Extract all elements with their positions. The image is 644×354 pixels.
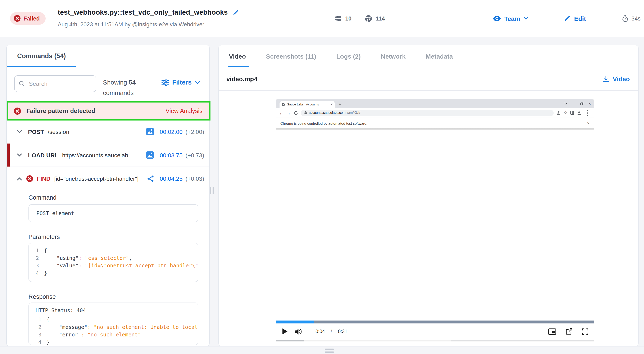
search-input[interactable]	[28, 80, 88, 88]
command-arg: https://accounts.saucelabs...	[62, 152, 135, 158]
response-section-label: Response	[28, 293, 56, 300]
tab-close-icon: ×	[331, 102, 333, 106]
time-separator: /	[331, 329, 332, 334]
test-run-meta: Aug 4th, 2023 at 11:51AM by @insights-e2…	[58, 21, 204, 28]
tab-screenshots[interactable]: Screenshots (11)	[266, 52, 316, 60]
duration-indicator: 34s	[622, 0, 641, 37]
url-path: /am/XUI/	[347, 111, 360, 115]
share-icon[interactable]	[147, 175, 154, 182]
open-in-new-icon[interactable]	[566, 328, 572, 335]
os-version: 10	[345, 15, 352, 22]
browser-toolbar: ← → accounts.saucelabs.com/am/XUI/ ☆ ⋮	[276, 108, 594, 118]
code-line: 4}	[33, 270, 198, 277]
tab-network[interactable]: Network	[381, 52, 406, 60]
team-label: Team	[504, 15, 520, 22]
status-badge: Failed	[10, 12, 46, 25]
failed-circle-x-icon	[14, 15, 20, 22]
tab-video[interactable]: Video	[229, 52, 246, 60]
command-arg: /session	[48, 128, 69, 135]
test-details-page: Failed test_webhooks.py::test_vdc_only_f…	[0, 0, 644, 354]
commands-tab-divider	[7, 67, 209, 67]
drawer-drag-handle[interactable]	[325, 348, 334, 354]
minimize-icon: –	[573, 102, 575, 106]
picture-in-picture-icon[interactable]	[548, 328, 556, 334]
bottom-drawer-bar	[0, 346, 644, 354]
download-label: Video	[613, 75, 630, 82]
play-icon[interactable]	[282, 328, 288, 334]
showing-count-value: 54	[129, 79, 136, 86]
chevron-down-icon	[524, 17, 528, 20]
filters-button[interactable]: Filters	[162, 79, 200, 86]
blank-page-area	[276, 130, 594, 320]
profile-avatar-icon	[577, 111, 581, 115]
commands-tab-active-underline	[7, 66, 76, 67]
code-line: 3 "error": "no such element"	[36, 331, 198, 338]
tab-logs[interactable]: Logs (2)	[336, 52, 361, 60]
command-time-delta: (+2.00)	[186, 128, 204, 135]
chevron-down-icon[interactable]	[17, 130, 22, 134]
commands-search[interactable]	[14, 75, 96, 92]
code-line: 1{	[36, 316, 198, 324]
window-controls: – ×	[564, 99, 591, 108]
screenshot-thumbnail-icon[interactable]	[146, 151, 154, 159]
lock-icon	[304, 111, 307, 115]
commands-panel: Commands (54) Showing 54 commands Filter…	[6, 45, 210, 346]
page-title: test_webhooks.py::test_vdc_only_failed_w…	[58, 8, 228, 16]
fullscreen-icon[interactable]	[582, 328, 588, 334]
browser-version: 114	[376, 15, 385, 22]
chevron-up-icon[interactable]	[17, 177, 22, 180]
viewer-tabs: Video Screenshots (11) Logs (2) Network …	[219, 45, 638, 67]
response-code-box: HTTP Status: 404 1{ 2 "message": "no suc…	[28, 302, 198, 345]
tab-metadata[interactable]: Metadata	[426, 52, 453, 60]
failure-banner-text: Failure pattern detected	[26, 108, 160, 114]
command-row-post-session[interactable]: POST /session 00:02.00 (+2.00)	[7, 120, 209, 143]
browser-tabstrip: Sauce Labs | Accounts × + – ×	[276, 99, 594, 108]
url-host: accounts.saucelabs.com	[309, 111, 346, 115]
error-circle-x-icon	[14, 107, 21, 114]
infobar-text: Chrome is being controlled by automated …	[280, 121, 587, 125]
video-file-name: video.mp4	[226, 75, 257, 82]
command-time-delta: (+0.03)	[186, 175, 204, 182]
screenshot-thumbnail-icon[interactable]	[146, 128, 154, 136]
visibility-team-button[interactable]: Team	[493, 0, 528, 37]
status-badge-label: Failed	[24, 15, 40, 22]
chevron-down-icon	[195, 81, 200, 84]
filters-label: Filters	[172, 79, 192, 86]
search-icon	[19, 81, 25, 86]
parameters-section-label: Parameters	[28, 234, 60, 240]
automation-infobar: Chrome is being controlled by automated …	[276, 118, 594, 128]
view-analysis-link[interactable]: View Analysis	[166, 108, 202, 114]
video-progress-bar[interactable]	[276, 320, 594, 324]
command-time: 00:03.75	[160, 152, 183, 158]
video-horizontal-scrollbar[interactable]	[276, 340, 594, 342]
failed-command-marker	[7, 144, 10, 166]
video-file-bar: video.mp4 Video	[219, 67, 638, 91]
edit-title-pencil-icon[interactable]	[233, 9, 239, 16]
command-row-load-url[interactable]: LOAD URL https://accounts.saucelabs... 0…	[7, 144, 209, 167]
infobar-close-icon: ×	[587, 121, 590, 126]
duration-value: 34s	[632, 15, 641, 22]
download-video-button[interactable]: Video	[603, 75, 630, 82]
commands-tab[interactable]: Commands (54)	[17, 52, 66, 60]
panel-resize-handle[interactable]	[210, 187, 214, 194]
volume-icon[interactable]	[295, 328, 302, 334]
code-line: 2 "using": "css selector",	[33, 254, 198, 262]
chrome-icon	[365, 15, 372, 22]
edit-button[interactable]: Edit	[564, 0, 586, 37]
close-window-icon: ×	[588, 102, 591, 106]
command-value: POST element	[36, 210, 74, 216]
current-time: 0:04	[316, 329, 325, 334]
command-value-box: POST element	[28, 204, 198, 222]
failure-banner: Failure pattern detected View Analysis	[8, 102, 209, 119]
command-row-find[interactable]: FIND [id="onetrust-accept-btn-handler"] …	[7, 168, 209, 190]
browser-tab-title: Sauce Labs | Accounts	[287, 102, 329, 106]
sidepanel-icon	[570, 111, 574, 115]
asset-viewer-panel: Video Screenshots (11) Logs (2) Network …	[218, 45, 638, 346]
pencil-icon	[564, 15, 571, 22]
command-method: LOAD URL	[28, 152, 58, 158]
back-icon: ←	[279, 110, 284, 115]
chevron-down-icon[interactable]	[17, 153, 22, 157]
command-arg: [id="onetrust-accept-btn-handler"]	[54, 176, 138, 182]
video-frame-browser-window: Sauce Labs | Accounts × + – × ← → accoun…	[276, 99, 594, 321]
video-progress-played	[276, 320, 314, 324]
